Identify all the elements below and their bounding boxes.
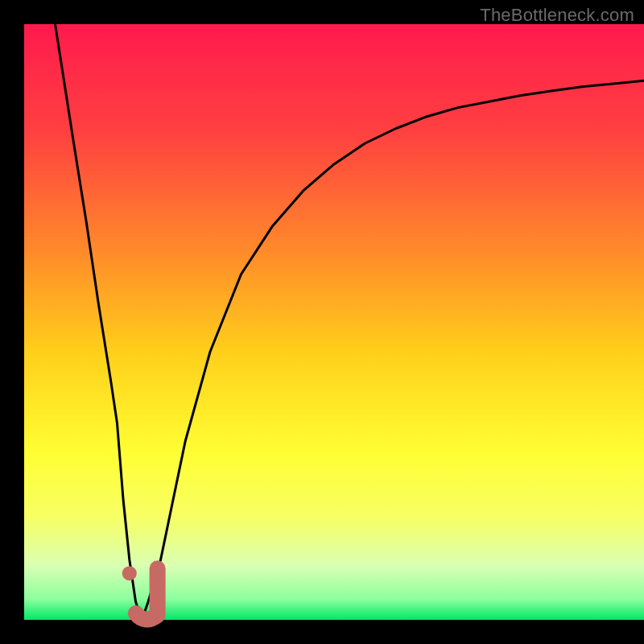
curve-layer [24, 24, 644, 620]
chart-stage: TheBottleneck.com [0, 0, 644, 644]
optimal-dot [122, 566, 137, 580]
bottleneck-curve [56, 24, 645, 620]
optimal-marker [136, 568, 158, 619]
watermark-text: TheBottleneck.com [480, 5, 634, 26]
plot-area [24, 24, 644, 620]
